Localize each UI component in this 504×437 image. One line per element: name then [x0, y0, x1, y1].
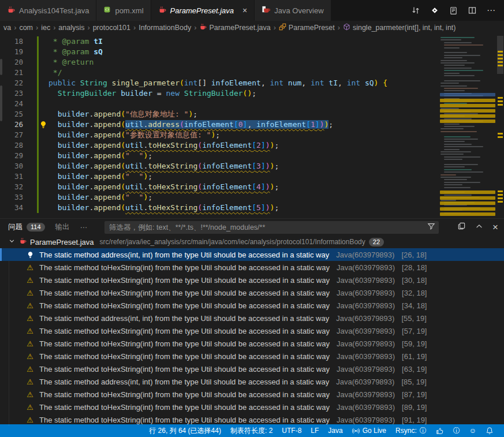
problem-row[interactable]: ⚠The static method address(int, int) fro…	[0, 375, 504, 388]
code-token: builder	[58, 120, 89, 129]
minimap-line	[440, 131, 477, 132]
problems-filter-input[interactable]	[108, 223, 427, 232]
minimap-line	[440, 154, 464, 155]
problem-row[interactable]: ⚠The static method toHexString(int) from…	[0, 299, 504, 312]
notifications-bell-icon[interactable]	[481, 424, 498, 437]
eol-status[interactable]: LF	[306, 424, 323, 437]
code-line-29[interactable]: builder.append(" ");	[48, 151, 438, 161]
code-token: append	[94, 130, 121, 139]
problem-message: The static method address(int, int) from…	[39, 314, 329, 323]
breadcrumb-item-com[interactable]: com	[19, 24, 33, 32]
code-line-31[interactable]: builder.append(" ");	[48, 171, 438, 182]
split-editor-icon[interactable]	[468, 6, 477, 15]
tab-paramepreset-java[interactable]: ParamePreset.java ×	[151, 0, 255, 21]
vscode-window: Analysis104Test.java pom.xml ParamePrese…	[0, 0, 504, 437]
encoding-status[interactable]: UTF-8	[277, 424, 306, 437]
code-line-33[interactable]: builder.append(" ");	[48, 192, 438, 203]
code-line-22[interactable]: public String single_parmeter(int[] info…	[48, 78, 438, 88]
line-number: 32	[0, 182, 25, 192]
code-line-21[interactable]: */	[48, 68, 438, 78]
breadcrumb-item-protocol101[interactable]: protocol101	[93, 24, 130, 32]
code-token: (	[121, 141, 125, 150]
problem-row[interactable]: ⚠The static method toHexString(int) from…	[0, 363, 504, 375]
close-tab-icon[interactable]: ×	[242, 6, 247, 14]
problem-row[interactable]: ⚠The static method toHexString(int) from…	[0, 413, 504, 426]
maximize-panel-icon[interactable]	[475, 222, 483, 233]
code-line-26[interactable]: builder.append(util.address(infoElement[…	[48, 119, 438, 130]
code-token: int	[311, 79, 324, 87]
problem-row[interactable]: The static method address(int, int) from…	[0, 248, 504, 261]
chevron-down-icon[interactable]	[8, 237, 16, 246]
code-token: ,	[338, 79, 347, 87]
open-in-editor-icon[interactable]	[457, 222, 466, 233]
breadcrumb-item-analysis[interactable]: analysis	[58, 24, 84, 32]
notebook-icon[interactable]	[449, 6, 458, 15]
overview-ruler[interactable]	[496, 35, 504, 218]
problem-row[interactable]: ⚠The static method address(int, int) fro…	[0, 312, 504, 324]
code-line-25[interactable]: builder.append("信息对象地址: ");	[48, 109, 438, 119]
breadcrumb-item-paramepreset-java[interactable]: ParamePreset.java	[199, 23, 270, 32]
breadcrumb-item-paramepreset[interactable]: ParamePreset	[279, 23, 335, 32]
breadcrumb-item-single-parmeter-int-int-int-int-[interactable]: single_parmeter(int[], int, int, int)	[343, 23, 456, 32]
minimap[interactable]	[439, 35, 496, 218]
code-content[interactable]: * @param tI * @param sQ * @return */publ…	[48, 36, 438, 213]
minimap-line	[444, 182, 480, 183]
code-line-34[interactable]: builder.append(util.toHexString(infoElem…	[48, 203, 438, 213]
quick-fix-lightbulb-icon[interactable]	[39, 121, 47, 131]
minimap-line	[444, 141, 465, 142]
problem-row[interactable]: ⚠The static method toHexString(int) from…	[0, 350, 504, 363]
code-token	[76, 79, 80, 87]
tab-size-status[interactable]: 制表符长度: 2	[226, 424, 277, 437]
group-count-badge: 22	[369, 238, 384, 246]
code-line-24[interactable]	[48, 99, 438, 109]
breadcrumb-label: protocol101	[93, 24, 130, 32]
problem-row[interactable]: ⚠The static method toHexString(int) from…	[0, 274, 504, 286]
problem-row[interactable]: ⚠The static method toHexString(int) from…	[0, 261, 504, 274]
info-status-icon[interactable]: ⓘ	[449, 424, 465, 437]
code-line-32[interactable]: builder.append(util.toHexString(infoElem…	[48, 182, 438, 192]
problem-row[interactable]: ⚠The static method toHexString(int) from…	[0, 337, 504, 350]
code-editor[interactable]: 1819202122232425262728293031323334 * @pa…	[0, 35, 504, 218]
tab-pom-xml[interactable]: pom.xml	[96, 0, 151, 21]
code-line-23[interactable]: StringBuilder builder = new StringBuilde…	[48, 88, 438, 99]
code-line-28[interactable]: builder.append(util.toHexString(infoElem…	[48, 140, 438, 151]
tab-java-overview[interactable]: Java Overview	[255, 0, 331, 21]
code-line-18[interactable]: * @param tI	[48, 36, 438, 47]
tab-analysis104test-java[interactable]: Analysis104Test.java	[0, 0, 96, 21]
cursor-position-status[interactable]: 行 26, 列 64 (已选择44)	[144, 424, 226, 437]
code-token: * @return	[48, 58, 94, 66]
problem-position: [55, 19]	[401, 314, 426, 323]
code-line-20[interactable]: * @return	[48, 57, 438, 68]
code-line-19[interactable]: * @param sQ	[48, 47, 438, 57]
problem-message: The static method address(int, int) from…	[39, 251, 329, 259]
problem-row[interactable]: ⚠The static method toHexString(int) from…	[0, 286, 504, 299]
feedback-smiley-icon[interactable]: ☺	[465, 424, 481, 437]
open-changes-icon[interactable]	[411, 6, 420, 15]
problem-row[interactable]: ⚠The static method toHexString(int) from…	[0, 324, 504, 337]
rsync-status[interactable]: Rsync: ⓘ	[391, 424, 431, 437]
breadcrumb-item-iec[interactable]: iec	[41, 24, 50, 32]
ruler-warning-mark	[498, 104, 503, 106]
code-line-30[interactable]: builder.append(util.toHexString(infoElem…	[48, 161, 438, 171]
close-panel-icon[interactable]: ×	[492, 222, 498, 232]
problem-row[interactable]: ⚠The static method toHexString(int) from…	[0, 401, 504, 413]
breadcrumb-item-va[interactable]: va	[3, 24, 11, 32]
problem-row[interactable]: ⚠The static method toHexString(int) from…	[0, 388, 504, 401]
problems-file-group[interactable]: ParamePreset.java src/refer/java/iec_ana…	[0, 236, 504, 248]
code-token: util	[125, 162, 143, 170]
minimap-line	[444, 156, 480, 158]
breadcrumb-item-informationbody[interactable]: InformationBody	[139, 24, 191, 32]
code-token: ;	[193, 110, 197, 118]
code-token: (	[121, 193, 125, 201]
panel-more-tabs-icon[interactable]: ⋯	[80, 223, 88, 231]
ruler-warning-mark	[498, 65, 503, 66]
feedback-thumb-icon[interactable]	[431, 424, 449, 437]
filter-icon[interactable]	[427, 222, 435, 233]
code-line-27[interactable]: builder.append("参数设置对象信息值: ");	[48, 130, 438, 140]
language-mode-status[interactable]: Java	[323, 424, 347, 437]
tab-problems[interactable]: 问题 114	[8, 222, 45, 232]
tab-output[interactable]: 输出	[55, 222, 70, 232]
go-live-button[interactable]: Go Live	[348, 424, 391, 437]
more-actions-icon[interactable]: ⋯	[487, 5, 496, 16]
run-diamond-icon[interactable]	[430, 6, 439, 15]
